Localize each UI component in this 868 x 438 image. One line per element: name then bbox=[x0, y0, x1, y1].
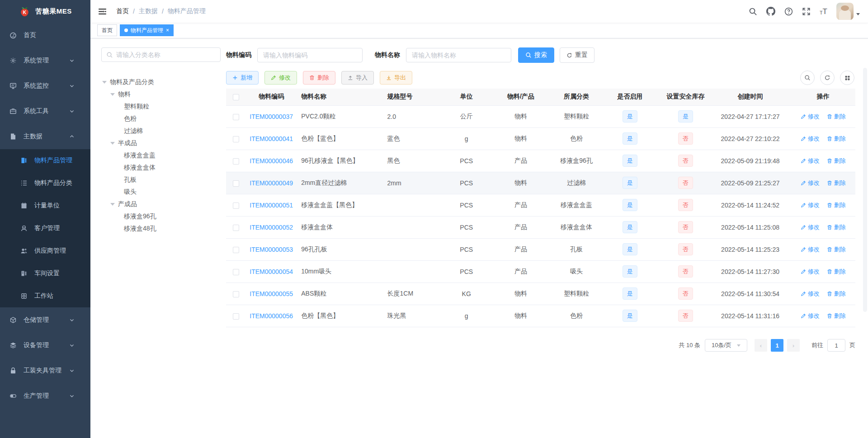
show-search-button[interactable] bbox=[800, 71, 815, 85]
status-badge[interactable]: 否 bbox=[678, 265, 693, 278]
row-edit-link[interactable]: 修改 bbox=[801, 245, 820, 254]
row-checkbox[interactable] bbox=[233, 180, 239, 187]
sidebar-item-1[interactable]: 系统管理 bbox=[0, 48, 90, 73]
material-code-link[interactable]: ITEM00000051 bbox=[250, 202, 293, 209]
sidebar-collapse-icon[interactable] bbox=[90, 0, 114, 23]
status-badge[interactable]: 否 bbox=[678, 177, 693, 189]
row-edit-link[interactable]: 修改 bbox=[801, 135, 820, 143]
sidebar-item-8[interactable]: 生产管理 bbox=[0, 383, 90, 409]
row-checkbox[interactable] bbox=[233, 247, 239, 253]
row-checkbox[interactable] bbox=[233, 313, 239, 320]
sidebar-subitem-计量单位[interactable]: 计量单位 bbox=[0, 194, 90, 217]
status-badge[interactable]: 是 bbox=[623, 177, 637, 189]
row-delete-link[interactable]: 删除 bbox=[827, 312, 846, 320]
tab-home[interactable]: 首页 bbox=[97, 24, 117, 36]
row-checkbox[interactable] bbox=[233, 158, 239, 165]
prev-page-button[interactable]: ‹ bbox=[755, 339, 767, 352]
row-checkbox[interactable] bbox=[233, 114, 239, 120]
row-edit-link[interactable]: 修改 bbox=[801, 201, 820, 209]
material-code-link[interactable]: ITEM00000046 bbox=[250, 157, 293, 165]
sidebar-item-6[interactable]: 设备管理 bbox=[0, 333, 90, 358]
row-edit-link[interactable]: 修改 bbox=[801, 179, 820, 187]
github-icon[interactable] bbox=[766, 7, 775, 16]
breadcrumb-master-data[interactable]: 主数据 bbox=[139, 7, 158, 15]
scrollbar[interactable] bbox=[863, 68, 867, 312]
status-badge[interactable]: 否 bbox=[678, 155, 693, 167]
row-checkbox[interactable] bbox=[233, 136, 239, 142]
header-search-icon[interactable] bbox=[749, 7, 757, 16]
tree-search-input[interactable] bbox=[116, 51, 216, 58]
avatar[interactable] bbox=[836, 3, 854, 20]
page-1-button[interactable]: 1 bbox=[771, 339, 783, 352]
status-badge[interactable]: 否 bbox=[678, 132, 693, 145]
sidebar-item-0[interactable]: 首页 bbox=[0, 23, 90, 48]
status-badge[interactable]: 是 bbox=[623, 287, 637, 300]
sidebar-subitem-物料产品管理[interactable]: 物料产品管理 bbox=[0, 149, 90, 172]
tree-node-物料[interactable]: 物料 bbox=[101, 88, 221, 100]
row-delete-link[interactable]: 删除 bbox=[827, 245, 846, 254]
tree-node-物料及产品分类[interactable]: 物料及产品分类 bbox=[101, 76, 221, 88]
material-code-link[interactable]: ITEM00000056 bbox=[250, 312, 293, 320]
tree-node-移液盒96孔[interactable]: 移液盒96孔 bbox=[101, 210, 221, 222]
select-all-checkbox[interactable] bbox=[233, 94, 239, 100]
status-badge[interactable]: 是 bbox=[623, 199, 637, 211]
sidebar-subitem-客户管理[interactable]: 客户管理 bbox=[0, 217, 90, 240]
row-checkbox[interactable] bbox=[233, 291, 239, 297]
status-badge[interactable]: 是 bbox=[623, 221, 637, 233]
material-code-link[interactable]: ITEM00000037 bbox=[250, 113, 293, 120]
material-code-link[interactable]: ITEM00000052 bbox=[250, 224, 293, 231]
material-name-input[interactable] bbox=[406, 48, 511, 62]
row-edit-link[interactable]: 修改 bbox=[801, 290, 820, 298]
row-delete-link[interactable]: 删除 bbox=[827, 201, 846, 209]
tree-node-色粉[interactable]: 色粉 bbox=[101, 113, 221, 125]
goto-page-input[interactable] bbox=[827, 339, 845, 352]
tab-material-product[interactable]: 物料产品管理 × bbox=[120, 24, 174, 36]
sidebar-subitem-工作站[interactable]: 工作站 bbox=[0, 285, 90, 307]
sidebar-subitem-供应商管理[interactable]: 供应商管理 bbox=[0, 240, 90, 262]
row-edit-link[interactable]: 修改 bbox=[801, 113, 820, 121]
column-settings-button[interactable] bbox=[840, 71, 854, 85]
material-code-link[interactable]: ITEM00000053 bbox=[250, 246, 293, 253]
row-checkbox[interactable] bbox=[233, 203, 239, 209]
status-badge[interactable]: 是 bbox=[623, 265, 637, 278]
page-size-select[interactable]: 10条/页 bbox=[705, 339, 747, 352]
tree-node-半成品[interactable]: 半成品 bbox=[101, 137, 221, 149]
status-badge[interactable]: 是 bbox=[623, 132, 637, 145]
sidebar-subitem-物料产品分类[interactable]: 物料产品分类 bbox=[0, 172, 90, 194]
search-button[interactable]: 搜索 bbox=[518, 47, 554, 63]
status-badge[interactable]: 否 bbox=[678, 310, 693, 322]
row-edit-link[interactable]: 修改 bbox=[801, 268, 820, 276]
row-delete-link[interactable]: 删除 bbox=[827, 223, 846, 231]
caret-down-icon[interactable] bbox=[102, 81, 107, 86]
row-checkbox[interactable] bbox=[233, 225, 239, 231]
status-badge[interactable]: 否 bbox=[678, 287, 693, 300]
tree-node-移液盒48孔[interactable]: 移液盒48孔 bbox=[101, 222, 221, 235]
status-badge[interactable]: 是 bbox=[623, 110, 637, 122]
row-edit-link[interactable]: 修改 bbox=[801, 223, 820, 231]
add-button[interactable]: 新增 bbox=[226, 71, 259, 85]
font-size-icon[interactable] bbox=[820, 8, 827, 15]
row-delete-link[interactable]: 删除 bbox=[827, 157, 846, 165]
tree-node-吸头[interactable]: 吸头 bbox=[101, 186, 221, 198]
user-menu[interactable] bbox=[836, 3, 860, 20]
status-badge[interactable]: 否 bbox=[678, 221, 693, 233]
row-delete-link[interactable]: 删除 bbox=[827, 135, 846, 143]
row-edit-link[interactable]: 修改 bbox=[801, 312, 820, 320]
status-badge[interactable]: 是 bbox=[623, 243, 637, 255]
tree-node-移液盒盒体[interactable]: 移液盒盒体 bbox=[101, 161, 221, 174]
reset-button[interactable]: 重置 bbox=[560, 47, 594, 63]
sidebar-item-4[interactable]: 主数据 bbox=[0, 124, 90, 149]
caret-down-icon[interactable] bbox=[110, 203, 115, 208]
tab-close-icon[interactable]: × bbox=[166, 28, 169, 33]
sidebar-subitem-车间设置[interactable]: 车间设置 bbox=[0, 262, 90, 285]
import-button[interactable]: 导入 bbox=[341, 71, 374, 85]
sidebar-item-2[interactable]: 系统监控 bbox=[0, 73, 90, 99]
breadcrumb-home[interactable]: 首页 bbox=[116, 7, 129, 15]
status-badge[interactable]: 是 bbox=[623, 310, 637, 322]
material-code-input[interactable] bbox=[257, 48, 363, 62]
tree-node-孔板[interactable]: 孔板 bbox=[101, 174, 221, 186]
row-edit-link[interactable]: 修改 bbox=[801, 157, 820, 165]
row-delete-link[interactable]: 删除 bbox=[827, 113, 846, 121]
edit-button[interactable]: 修改 bbox=[264, 71, 297, 85]
delete-button[interactable]: 删除 bbox=[303, 71, 335, 85]
